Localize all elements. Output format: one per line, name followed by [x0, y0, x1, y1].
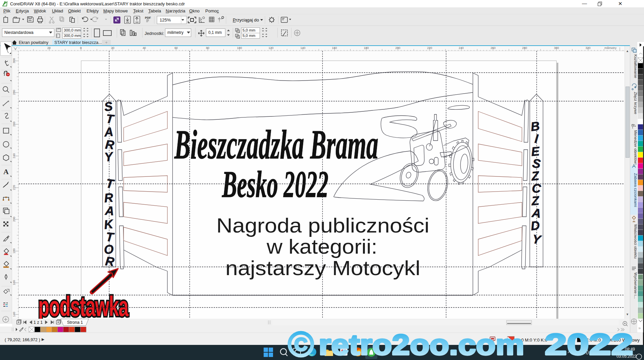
svg-text:200: 200	[12, 217, 16, 222]
svg-text:320: 320	[585, 46, 590, 50]
svg-text:60: 60	[174, 46, 178, 50]
svg-text:milimetry: milimetry	[604, 46, 616, 50]
svg-text:280: 280	[12, 90, 16, 95]
svg-text:A: A	[103, 125, 114, 139]
svg-text:40: 40	[143, 46, 146, 50]
svg-text:80: 80	[206, 46, 209, 50]
svg-text:300: 300	[12, 58, 16, 63]
svg-text:20: 20	[47, 46, 51, 50]
svg-text:R: R	[104, 191, 114, 205]
svg-text:220: 220	[12, 185, 16, 190]
svg-text:A: A	[3, 167, 9, 176]
svg-text:0: 0	[80, 46, 82, 50]
svg-text:220: 220	[427, 46, 432, 50]
svg-text:08:49: 08:49	[625, 347, 635, 352]
svg-text:125%: 125%	[160, 17, 171, 22]
svg-text:180: 180	[12, 248, 16, 253]
svg-text:260: 260	[490, 46, 495, 50]
svg-text:180: 180	[364, 46, 369, 50]
svg-text:D: D	[530, 218, 540, 233]
svg-text:y: y	[238, 37, 240, 39]
svg-text:260: 260	[12, 121, 16, 126]
svg-text:120: 120	[268, 46, 273, 50]
svg-text:R: R	[105, 254, 115, 269]
svg-text:280: 280	[522, 46, 527, 50]
svg-text:x: x	[238, 31, 240, 33]
svg-text:»: »	[638, 325, 641, 330]
svg-text:140: 140	[12, 312, 16, 317]
svg-text:w kategorii:: w kategorii:	[266, 235, 377, 258]
svg-text:03.05.2022: 03.05.2022	[616, 354, 637, 359]
svg-text:300: 300	[554, 46, 559, 50]
svg-text:160: 160	[12, 280, 16, 285]
svg-text:Strona 1: Strona 1	[67, 320, 83, 325]
svg-text:160: 160	[332, 46, 337, 50]
svg-text:PDF: PDF	[145, 16, 151, 19]
svg-text:200: 200	[395, 46, 400, 50]
svg-text:100: 100	[237, 46, 242, 50]
svg-text:1 z 1: 1 z 1	[34, 320, 43, 325]
svg-text:Besko 2022: Besko 2022	[222, 163, 328, 205]
svg-text:najstarszy Motocykl: najstarszy Motocykl	[225, 256, 420, 279]
svg-text:140: 140	[300, 46, 305, 50]
svg-text:40: 40	[19, 46, 19, 50]
svg-text:Bieszczadzka Brama: Bieszczadzka Brama	[174, 122, 378, 167]
svg-text:20: 20	[111, 46, 114, 50]
svg-text:Przyciągaj do: Przyciągaj do	[233, 17, 259, 22]
svg-text:240: 240	[459, 46, 464, 50]
svg-text:Nagroda publiczności: Nagroda publiczności	[216, 214, 429, 237]
svg-text:A: A	[104, 204, 115, 218]
svg-text:240: 240	[12, 153, 16, 158]
